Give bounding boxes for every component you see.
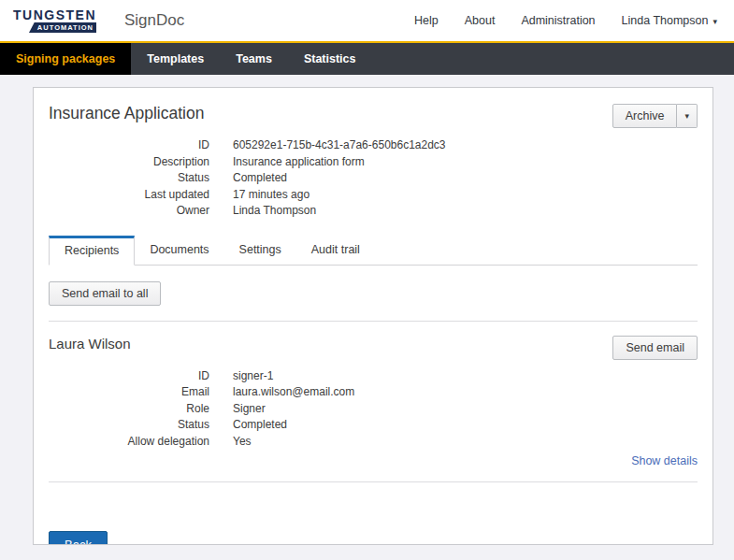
detail-value: signer-1	[233, 368, 698, 385]
back-button[interactable]: Back	[49, 531, 108, 545]
detail-label: Description	[49, 154, 209, 171]
primary-navbar: Signing packages Templates Teams Statist…	[0, 41, 734, 75]
tab-settings[interactable]: Settings	[224, 236, 296, 265]
send-email-button[interactable]: Send email	[612, 336, 698, 360]
detail-label: Status	[49, 417, 209, 434]
package-tabs: Recipients Documents Settings Audit trai…	[49, 236, 698, 266]
detail-label: ID	[49, 368, 209, 385]
nav-statistics[interactable]: Statistics	[288, 43, 372, 75]
nav-templates[interactable]: Templates	[131, 43, 220, 75]
menu-help[interactable]: Help	[414, 14, 439, 27]
user-name: Linda Thompson	[622, 14, 709, 27]
logo-automation-text: AUTOMATION	[29, 22, 96, 34]
detail-value: laura.wilson@email.com	[233, 384, 698, 401]
main-content: Insurance Application Archive ▾ ID 60529…	[0, 75, 734, 560]
detail-row: Allow delegation Yes	[49, 434, 698, 451]
detail-row: Last updated 17 minutes ago	[49, 187, 698, 204]
recipient-header-row: Laura Wilson Send email	[49, 336, 698, 360]
package-header-row: Insurance Application Archive ▾	[49, 104, 698, 128]
detail-label: Allow delegation	[49, 434, 209, 451]
archive-button[interactable]: Archive	[612, 104, 678, 128]
detail-value: Completed	[233, 417, 698, 434]
detail-row: Owner Linda Thompson	[49, 203, 698, 220]
archive-split-button: Archive ▾	[612, 104, 698, 128]
logo-tungsten-text: TUNGSTEN	[13, 8, 96, 22]
detail-value: 605292e1-715b-4c31-a7a6-650b6c1a2dc3	[233, 137, 698, 154]
chevron-down-icon: ▾	[712, 17, 717, 26]
detail-value: Signer	[233, 401, 698, 418]
detail-label: Role	[49, 401, 209, 418]
signing-package-card: Insurance Application Archive ▾ ID 60529…	[33, 87, 713, 545]
detail-label: Email	[49, 384, 209, 401]
detail-value: Insurance application form	[233, 154, 698, 171]
detail-label: ID	[49, 137, 209, 154]
detail-row: Status Completed	[49, 417, 698, 434]
detail-row: Description Insurance application form	[49, 154, 698, 171]
recipient-name: Laura Wilson	[49, 336, 131, 352]
detail-row: ID 605292e1-715b-4c31-a7a6-650b6c1a2dc3	[49, 137, 698, 154]
tab-documents[interactable]: Documents	[135, 236, 223, 265]
show-details-link[interactable]: Show details	[631, 454, 698, 467]
archive-dropdown-button[interactable]: ▾	[677, 104, 698, 128]
card-footer: Back	[49, 531, 698, 545]
show-details-row: Show details	[49, 452, 698, 468]
detail-row: Email laura.wilson@email.com	[49, 384, 698, 401]
detail-label: Status	[49, 170, 209, 187]
recipient-details: ID signer-1 Email laura.wilson@email.com…	[49, 368, 698, 451]
user-menu[interactable]: Linda Thompson▾	[622, 14, 717, 27]
detail-value: 17 minutes ago	[233, 187, 698, 204]
detail-value: Completed	[233, 170, 698, 187]
nav-teams[interactable]: Teams	[220, 43, 288, 75]
tungsten-automation-logo: TUNGSTEN AUTOMATION	[13, 8, 96, 34]
detail-row: Role Signer	[49, 401, 698, 418]
menu-administration[interactable]: Administration	[521, 14, 595, 27]
package-details: ID 605292e1-715b-4c31-a7a6-650b6c1a2dc3 …	[49, 137, 698, 220]
menu-about[interactable]: About	[465, 14, 496, 27]
top-header: TUNGSTEN AUTOMATION SignDoc Help About A…	[0, 0, 734, 41]
detail-row: ID signer-1	[49, 368, 698, 385]
detail-label: Owner	[49, 203, 209, 220]
tab-recipients[interactable]: Recipients	[49, 236, 135, 266]
app-name: SignDoc	[124, 11, 184, 30]
detail-value: Yes	[233, 434, 698, 451]
package-title: Insurance Application	[49, 104, 204, 123]
chevron-down-icon: ▾	[684, 111, 689, 121]
section-divider	[49, 481, 698, 482]
send-email-to-all-button[interactable]: Send email to all	[49, 281, 161, 306]
nav-signing-packages[interactable]: Signing packages	[0, 43, 131, 75]
detail-value: Linda Thompson	[233, 203, 698, 220]
tab-audit-trail[interactable]: Audit trail	[296, 236, 375, 265]
section-divider	[49, 321, 698, 322]
top-menu: Help About Administration Linda Thompson…	[414, 14, 717, 27]
recipients-toolbar: Send email to all	[49, 281, 698, 306]
detail-row: Status Completed	[49, 170, 698, 187]
detail-label: Last updated	[49, 187, 209, 204]
